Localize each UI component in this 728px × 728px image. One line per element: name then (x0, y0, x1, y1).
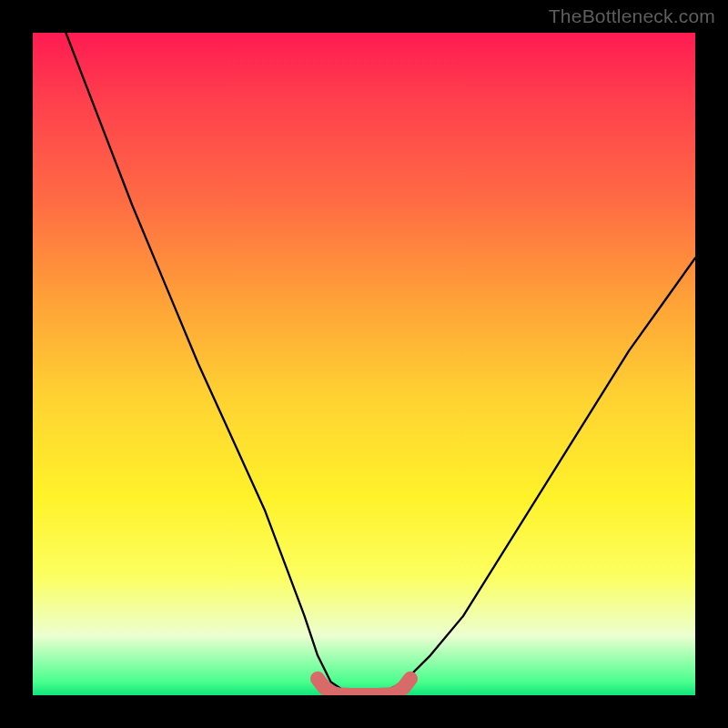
plot-area (33, 33, 695, 695)
bottleneck-curve (66, 33, 695, 695)
chart-frame: TheBottleneck.com (0, 0, 728, 728)
watermark-text: TheBottleneck.com (549, 5, 715, 27)
chart-svg (33, 33, 695, 695)
